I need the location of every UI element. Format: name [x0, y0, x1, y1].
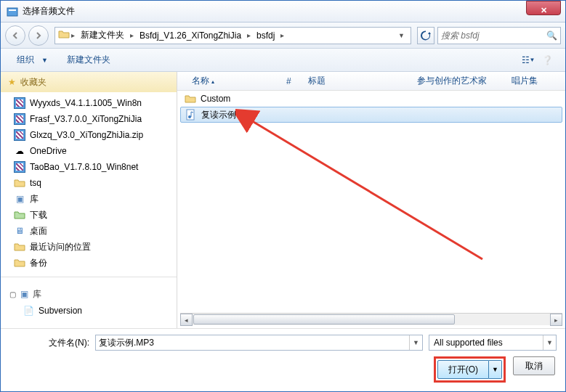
app-icon [7, 6, 18, 17]
file-open-dialog: 选择音频文件 ✕ ▸ 新建文件夹 ▸ Bsfdj_V1.26_XiTongZhi… [0, 0, 566, 392]
sidebar-item[interactable]: 最近访问的位置 [14, 239, 177, 255]
archive-icon [14, 97, 25, 109]
audio-file-icon [185, 109, 197, 121]
breadcrumb-seg[interactable]: bsfdj [252, 28, 279, 44]
sidebar-item[interactable]: 下载 [14, 207, 177, 223]
sidebar-item[interactable]: TaoBao_V1.7.8.10_Win8net [14, 159, 177, 175]
chevron-right-icon: ▸ [71, 31, 75, 39]
svg-point-3 [188, 115, 191, 118]
dropdown-icon[interactable]: ▼ [543, 335, 556, 350]
archive-icon [14, 129, 25, 141]
filename-combo[interactable]: ▼ [95, 335, 423, 351]
file-row-folder[interactable]: Custom [177, 91, 565, 107]
toolbar: 组织 ▼ 新建文件夹 ☷ ▼ ❔ [1, 49, 565, 72]
sidebar-item[interactable]: ▣库 [14, 191, 177, 207]
library-icon: ▣ [20, 289, 28, 299]
scroll-right-button[interactable]: ▸ [550, 314, 562, 326]
sort-asc-icon: ▴ [211, 78, 214, 85]
forward-button[interactable] [28, 25, 49, 46]
open-dropdown[interactable]: ▼ [489, 360, 502, 379]
dropdown-icon[interactable]: ▼ [409, 335, 422, 350]
column-artist[interactable]: 参与创作的艺术家 [408, 75, 503, 87]
horizontal-scrollbar[interactable]: ◂ ▸ [180, 313, 562, 325]
open-button[interactable]: 打开(O) [437, 360, 489, 379]
favorites-tree: Wyyxds_V4.1.1.1005_Win8n Frasf_V3.7.0.0_… [1, 92, 177, 274]
sidebar-item[interactable]: 🖥桌面 [14, 223, 177, 239]
libraries-header[interactable]: ▢ ▣ 库 [5, 285, 177, 303]
close-button[interactable]: ✕ [526, 1, 561, 15]
open-button-highlight: 打开(O) ▼ [434, 356, 506, 383]
svg-rect-2 [187, 110, 194, 120]
sidebar-item[interactable]: tsq [14, 175, 177, 191]
file-pane: 名称 ▴ # 标题 参与创作的艺术家 唱片集 Custom 复读示例.MP3 [177, 72, 565, 328]
cloud-icon: ☁ [14, 145, 25, 157]
footer: 文件名(N): ▼ All supported files ▼ 打开(O) ▼ … [1, 328, 565, 391]
library-icon: ▣ [14, 193, 25, 205]
download-icon [14, 209, 25, 221]
chevron-right-icon: ▸ [247, 31, 251, 39]
column-number[interactable]: # [278, 76, 299, 86]
breadcrumb-seg[interactable]: Bsfdj_V1.26_XiTongZhiJia [135, 28, 246, 44]
folder-icon [58, 28, 70, 42]
window-title: 选择音频文件 [23, 5, 526, 17]
search-box[interactable]: 🔍 [437, 27, 561, 44]
folder-icon [185, 93, 196, 105]
column-title[interactable]: 标题 [299, 75, 408, 87]
desktop-icon: 🖥 [14, 225, 25, 237]
folder-icon [14, 177, 25, 189]
svg-rect-0 [7, 8, 17, 16]
cancel-button[interactable]: 取消 [513, 356, 555, 375]
view-options-button[interactable]: ☷ ▼ [519, 52, 538, 68]
subversion-icon: 📄 [23, 305, 34, 317]
sidebar: ★ 收藏夹 Wyyxds_V4.1.1.1005_Win8n Frasf_V3.… [1, 72, 177, 328]
svg-rect-1 [9, 9, 16, 11]
search-icon: 🔍 [546, 30, 557, 41]
title-bar: 选择音频文件 ✕ [1, 1, 565, 23]
column-header-row: 名称 ▴ # 标题 参与创作的艺术家 唱片集 [177, 72, 565, 91]
chevron-down-icon: ▼ [41, 57, 48, 64]
filename-input[interactable] [96, 338, 409, 348]
column-name[interactable]: 名称 ▴ [183, 75, 278, 87]
sidebar-item[interactable]: 📄Subversion [23, 303, 177, 319]
annotation-arrow [235, 107, 497, 274]
search-input[interactable] [441, 30, 546, 41]
favorites-header[interactable]: ★ 收藏夹 [1, 72, 177, 92]
help-button[interactable]: ❔ [538, 52, 557, 68]
file-row-selected[interactable]: 复读示例.MP3 [180, 107, 562, 123]
refresh-button[interactable] [417, 27, 434, 44]
breadcrumb[interactable]: ▸ 新建文件夹 ▸ Bsfdj_V1.26_XiTongZhiJia ▸ bsf… [54, 27, 411, 44]
scroll-thumb[interactable] [193, 314, 455, 324]
dialog-body: ★ 收藏夹 Wyyxds_V4.1.1.1005_Win8n Frasf_V3.… [1, 72, 565, 328]
svg-line-4 [250, 120, 482, 259]
sidebar-item[interactable]: 备份 [14, 255, 177, 271]
filename-label: 文件名(N): [39, 337, 89, 349]
separator [1, 277, 177, 282]
new-folder-button[interactable]: 新建文件夹 [60, 51, 118, 69]
sidebar-item[interactable]: Wyyxds_V4.1.1.1005_Win8n [14, 95, 177, 111]
organize-menu[interactable]: 组织 [9, 51, 41, 69]
star-icon: ★ [8, 77, 16, 87]
sidebar-item[interactable]: ☁OneDrive [14, 143, 177, 159]
scroll-left-button[interactable]: ◂ [180, 314, 193, 326]
back-button[interactable] [5, 25, 25, 46]
breadcrumb-seg[interactable]: 新建文件夹 [76, 28, 129, 44]
chevron-right-icon: ▸ [130, 31, 134, 39]
sidebar-item[interactable]: Frasf_V3.7.0.0_XiTongZhiJia [14, 111, 177, 127]
nav-bar: ▸ 新建文件夹 ▸ Bsfdj_V1.26_XiTongZhiJia ▸ bsf… [1, 23, 565, 49]
file-list[interactable]: Custom 复读示例.MP3 [177, 91, 565, 313]
archive-icon [14, 113, 25, 125]
chevron-right-icon: ▸ [280, 31, 284, 39]
expand-icon: ▢ [9, 290, 16, 298]
archive-icon [14, 161, 25, 173]
folder-icon [14, 257, 25, 269]
dropdown-icon[interactable]: ▼ [395, 32, 408, 39]
recent-icon [14, 241, 25, 253]
column-album[interactable]: 唱片集 [503, 75, 546, 87]
sidebar-item[interactable]: Glxzq_V3.0_XiTongZhiJia.zip [14, 127, 177, 143]
filter-combo[interactable]: All supported files ▼ [429, 335, 557, 351]
